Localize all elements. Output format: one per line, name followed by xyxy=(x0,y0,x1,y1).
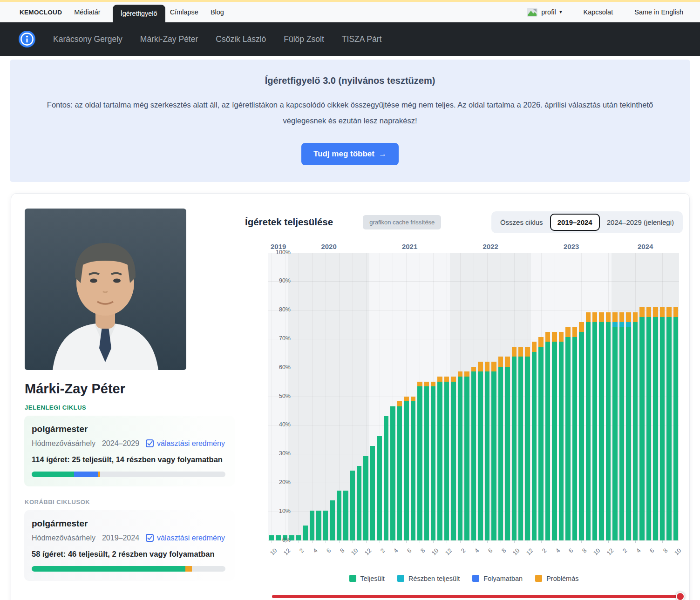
bar-2024-02[interactable] xyxy=(619,312,624,540)
bar-2024-10[interactable] xyxy=(673,307,678,540)
bar-2020-08[interactable] xyxy=(337,491,341,540)
bar-2021-03[interactable] xyxy=(384,416,388,540)
nav-item-mediatar[interactable]: Médiatár xyxy=(74,8,100,16)
tab-cycle-1[interactable]: Összes ciklus xyxy=(494,215,549,229)
learn-more-button[interactable]: Tudj meg többet → xyxy=(301,143,399,165)
bar-2023-09[interactable] xyxy=(586,312,591,540)
bar-2024-04[interactable] xyxy=(633,312,638,540)
bar-2023-07[interactable] xyxy=(572,327,577,540)
bar-2023-01[interactable] xyxy=(532,342,537,540)
bar-2022-06[interactable] xyxy=(485,362,489,540)
nav-item-language[interactable]: Same in English xyxy=(634,8,683,16)
nav-item-kapcsolat[interactable]: Kapcsolat xyxy=(584,8,613,16)
bar-2021-04[interactable] xyxy=(390,406,395,540)
bar-2021-12[interactable] xyxy=(444,377,449,540)
bar-2022-10[interactable] xyxy=(512,347,517,540)
bar-2022-09[interactable] xyxy=(505,357,510,540)
bar-2024-05[interactable] xyxy=(639,307,644,540)
bar-2023-10[interactable] xyxy=(592,312,597,540)
subnav-politician-link-3[interactable]: Csőzik László xyxy=(216,34,266,44)
bar-2020-12[interactable] xyxy=(363,456,368,540)
subnav-politician-link-1[interactable]: Karácsony Gergely xyxy=(53,34,122,44)
brand-kemocloud[interactable]: KEMOCLOUD xyxy=(20,9,62,16)
legend-item-2[interactable]: Részben teljesült xyxy=(397,575,460,582)
bar-2021-01[interactable] xyxy=(370,446,375,540)
subnav-politician-link-5[interactable]: TISZA Párt xyxy=(342,34,382,44)
bar-2024-01[interactable] xyxy=(612,312,617,540)
bar-2021-07[interactable] xyxy=(411,397,415,540)
y-axis-label-60pct: 60% xyxy=(270,364,291,371)
bar-2021-05[interactable] xyxy=(397,401,402,540)
bar-2023-11[interactable] xyxy=(599,312,604,540)
x-axis-label-2020-08: 8 xyxy=(339,547,346,554)
bar-segment-problémás xyxy=(498,357,503,366)
bar-segment-teljesült xyxy=(404,401,408,540)
tab-cycle-3[interactable]: 2024–2029 (jelenlegi) xyxy=(601,215,680,229)
bar-2024-06[interactable] xyxy=(646,307,651,540)
bar-2020-05[interactable] xyxy=(316,511,321,540)
refresh-chart-cache-button[interactable]: grafikon cache frissítése xyxy=(363,215,441,229)
legend-item-1[interactable]: Teljesült xyxy=(349,575,385,582)
bar-segment-teljesült xyxy=(437,382,442,540)
bar-2021-10[interactable] xyxy=(431,382,435,540)
x-axis-tick xyxy=(339,540,340,543)
bar-2023-02[interactable] xyxy=(538,337,543,540)
bar-2020-04[interactable] xyxy=(310,511,314,540)
slider-handle[interactable] xyxy=(676,592,685,600)
bar-segment-teljesült xyxy=(653,317,658,540)
info-logo-icon[interactable] xyxy=(19,31,35,47)
bar-2023-08[interactable] xyxy=(579,322,584,540)
bar-2020-03[interactable] xyxy=(303,526,307,540)
election-result-link[interactable]: választási eredmény xyxy=(146,534,225,542)
bar-2022-08[interactable] xyxy=(498,357,503,540)
bar-2022-05[interactable] xyxy=(478,362,483,540)
bar-2022-01[interactable] xyxy=(451,377,455,540)
bar-2023-03[interactable] xyxy=(545,332,550,540)
profile-avatar[interactable] xyxy=(527,8,537,17)
legend-item-3[interactable]: Folyamatban xyxy=(472,575,523,582)
bar-2021-06[interactable] xyxy=(404,397,408,540)
bar-2023-06[interactable] xyxy=(565,327,570,540)
bar-2022-03[interactable] xyxy=(464,371,469,540)
bar-segment-problémás xyxy=(545,332,550,342)
bar-2021-08[interactable] xyxy=(417,382,422,540)
bar-2022-12[interactable] xyxy=(525,347,530,540)
subnav-politician-link-2[interactable]: Márki-Zay Péter xyxy=(140,34,198,44)
x-axis-tick xyxy=(460,540,461,543)
bar-segment-teljesült xyxy=(673,317,678,540)
legend-item-4[interactable]: Problémás xyxy=(535,575,578,582)
bar-2023-12[interactable] xyxy=(606,312,611,540)
bar-2020-07[interactable] xyxy=(330,500,334,540)
bar-2022-04[interactable] xyxy=(471,367,476,540)
bar-2021-11[interactable] xyxy=(437,377,442,540)
slider-track[interactable] xyxy=(272,595,683,598)
nav-item-blog[interactable]: Blog xyxy=(211,8,224,16)
bar-2020-10[interactable] xyxy=(350,471,355,540)
election-result-link[interactable]: választási eredmény xyxy=(146,439,225,448)
bar-2024-09[interactable] xyxy=(666,307,671,540)
bar-2024-03[interactable] xyxy=(626,312,631,540)
bar-2023-05[interactable] xyxy=(559,332,564,540)
bar-2020-02[interactable] xyxy=(296,535,301,540)
bar-2024-08[interactable] xyxy=(660,307,665,540)
tab-cycle-2[interactable]: 2019–2024 xyxy=(550,214,600,231)
bar-2022-11[interactable] xyxy=(518,347,523,540)
bar-segment-problémás xyxy=(505,357,510,366)
bar-segment-teljesült xyxy=(357,466,361,540)
x-axis-label-2023-02: 2 xyxy=(540,547,548,554)
bar-2020-09[interactable] xyxy=(343,491,348,540)
bar-2024-07[interactable] xyxy=(653,307,658,540)
profile-menu[interactable]: profil ▼ xyxy=(541,8,563,16)
bar-2020-11[interactable] xyxy=(357,466,361,540)
bar-2020-06[interactable] xyxy=(323,511,328,540)
nav-item-igeretfigyelo-active[interactable]: Ígéretfigyelő xyxy=(113,5,165,22)
x-axis-tick xyxy=(555,540,555,543)
bar-2022-07[interactable] xyxy=(491,362,496,540)
nav-item-cimlapse[interactable]: Címlapse xyxy=(170,8,198,16)
subnav-politician-link-4[interactable]: Fülöp Zsolt xyxy=(284,34,324,44)
bar-segment-problémás xyxy=(437,377,442,382)
bar-2022-02[interactable] xyxy=(458,371,462,540)
bar-2021-09[interactable] xyxy=(424,382,429,540)
bar-2023-04[interactable] xyxy=(552,332,557,540)
bar-2021-02[interactable] xyxy=(377,436,381,540)
